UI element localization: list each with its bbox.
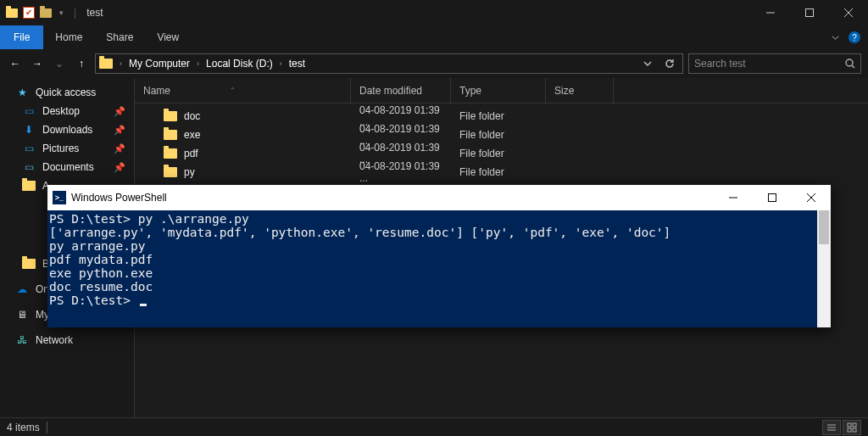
status-separator [47, 422, 47, 433]
minimize-button[interactable] [751, 0, 790, 25]
svg-rect-10 [853, 423, 856, 427]
powershell-title: Windows PowerShell [71, 192, 714, 204]
folder-icon [164, 111, 177, 121]
onedrive-icon: ☁ [15, 282, 29, 296]
powershell-terminal[interactable]: PS D:\test> py .\arrange.py ['arrange.py… [47, 210, 831, 327]
powershell-window[interactable]: >_ Windows PowerShell PS D:\test> py .\a… [47, 185, 831, 327]
col-name[interactable]: Name⌃ [135, 78, 351, 103]
file-row[interactable]: exe04-08-2019 01:39 ...File folder [135, 126, 868, 144]
file-type: File folder [451, 110, 546, 122]
file-row[interactable]: doc04-08-2019 01:39 ...File folder [135, 107, 868, 126]
ribbon-share[interactable]: Share [94, 25, 145, 49]
status-bar: 4 items [0, 417, 868, 436]
chevron-right-icon[interactable]: › [116, 59, 125, 68]
ribbon-tabs: File Home Share View ? [0, 25, 868, 49]
file-type: File folder [451, 148, 546, 159]
desktop-icon: ▭ [22, 104, 36, 118]
pc-icon: 🖥 [15, 308, 29, 321]
network-icon: 🖧 [15, 333, 29, 347]
file-type: File folder [451, 166, 546, 178]
sidebar-downloads[interactable]: ⬇ Downloads 📌 [0, 120, 134, 139]
ribbon-file[interactable]: File [0, 25, 43, 49]
sort-asc-icon: ⌃ [230, 87, 236, 94]
ribbon-home[interactable]: Home [43, 25, 94, 49]
titlebar-separator: | [74, 7, 76, 19]
file-name: pdf [184, 148, 198, 159]
back-button[interactable]: ← [7, 55, 24, 72]
chevron-right-icon[interactable]: › [193, 59, 203, 68]
forward-button[interactable]: → [29, 55, 46, 72]
folder-icon [164, 148, 177, 159]
address-dropdown-icon[interactable] [638, 59, 657, 69]
col-size[interactable]: Size [546, 78, 614, 103]
col-date[interactable]: Date modified [351, 78, 451, 103]
recent-locations-icon[interactable]: ⌄ [51, 55, 68, 72]
column-headers: Name⌃ Date modified Type Size [135, 78, 868, 103]
app-folder-icon [5, 6, 19, 20]
powershell-title-bar[interactable]: >_ Windows PowerShell [47, 185, 831, 210]
svg-point-4 [846, 59, 853, 66]
maximize-button[interactable] [790, 0, 829, 25]
pin-icon: 📌 [114, 162, 125, 173]
window-title: test [86, 7, 103, 19]
help-button[interactable]: ? [846, 25, 868, 49]
chevron-right-icon[interactable]: › [276, 59, 286, 68]
explorer-title-bar: ✔ ▾ | test [0, 0, 868, 25]
details-view-button[interactable] [822, 420, 841, 435]
pictures-icon: ▭ [22, 142, 36, 155]
ps-close-button[interactable] [792, 185, 831, 210]
star-icon: ★ [15, 86, 29, 99]
search-icon [845, 59, 855, 69]
ps-scroll-thumb[interactable] [819, 210, 829, 244]
documents-icon: ▭ [22, 160, 36, 174]
folder-icon [22, 257, 36, 271]
refresh-icon[interactable] [660, 59, 679, 69]
qa-properties-icon[interactable]: ✔ [22, 6, 36, 20]
file-date: 04-08-2019 01:39 ... [351, 160, 451, 184]
sidebar-quick-access[interactable]: ★ Quick access [0, 83, 134, 102]
folder-icon [164, 130, 177, 140]
icons-view-button[interactable] [843, 420, 861, 435]
pin-icon: 📌 [114, 106, 125, 117]
ribbon-view[interactable]: View [145, 25, 191, 49]
file-type: File folder [451, 129, 546, 141]
search-placeholder: Search test [694, 58, 746, 70]
sidebar-documents[interactable]: ▭ Documents 📌 [0, 158, 134, 176]
file-row[interactable]: pdf04-08-2019 01:39 ...File folder [135, 144, 868, 163]
sidebar-pictures[interactable]: ▭ Pictures 📌 [0, 139, 134, 158]
powershell-icon: >_ [53, 191, 66, 204]
crumb-my-computer[interactable]: My Computer [129, 58, 190, 70]
status-item-count: 4 items [7, 422, 40, 433]
folder-icon [164, 167, 177, 177]
crumb-local-disk[interactable]: Local Disk (D:) [206, 58, 273, 70]
col-type[interactable]: Type [451, 78, 546, 103]
crumb-test[interactable]: test [289, 58, 305, 70]
ps-scrollbar[interactable] [817, 210, 831, 327]
pin-icon: 📌 [114, 143, 125, 154]
file-name: py [184, 166, 195, 178]
ribbon-collapse-icon[interactable] [824, 25, 846, 49]
ps-maximize-button[interactable] [753, 185, 792, 210]
file-name: exe [184, 129, 200, 141]
close-button[interactable] [829, 0, 868, 25]
ps-minimize-button[interactable] [714, 185, 753, 210]
address-bar[interactable]: › My Computer › Local Disk (D:) › test [95, 53, 683, 74]
svg-rect-11 [848, 428, 851, 432]
svg-rect-12 [853, 428, 856, 432]
folder-icon [22, 179, 36, 193]
qa-more-icon[interactable] [39, 6, 53, 20]
qa-dropdown-icon[interactable]: ▾ [59, 8, 64, 17]
downloads-icon: ⬇ [22, 123, 36, 137]
navigation-bar: ← → ⌄ ↑ › My Computer › Local Disk (D:) … [0, 49, 868, 78]
pin-icon: 📌 [114, 125, 125, 136]
terminal-cursor [140, 304, 147, 306]
file-row[interactable]: py04-08-2019 01:39 ...File folder [135, 163, 868, 182]
svg-rect-14 [769, 194, 776, 202]
svg-rect-1 [806, 9, 814, 17]
sidebar-network[interactable]: 🖧 Network [0, 331, 134, 349]
search-box[interactable]: Search test [688, 53, 861, 74]
sidebar-desktop[interactable]: ▭ Desktop 📌 [0, 102, 134, 120]
svg-rect-9 [848, 423, 851, 427]
file-name: doc [184, 110, 200, 122]
up-button[interactable]: ↑ [73, 55, 90, 72]
